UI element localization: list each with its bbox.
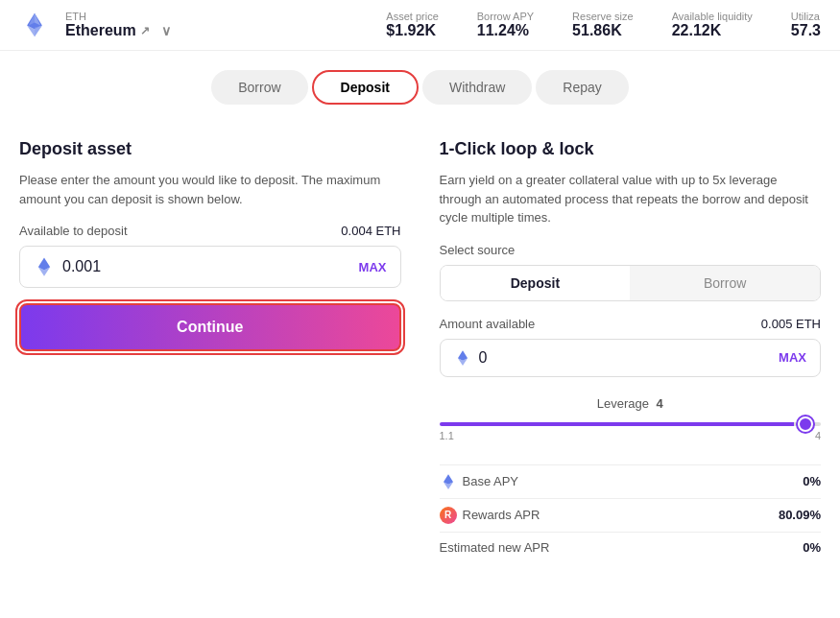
stat-value-reserve-size: 51.86K [572,22,634,39]
stat-value-asset-price: $1.92K [386,22,438,39]
leverage-value: 4 [653,396,663,411]
rewards-apr-label: Rewards APR [463,508,540,522]
eth-icon-loop-input [454,349,471,367]
stat-label-borrow-apy: Borrow APY [477,11,534,22]
rewards-apr-row: R Rewards APR 80.09% [440,498,822,532]
header-bar: ETH Ethereum ↗ ∨ Asset price $1.92K Borr… [0,0,840,51]
asset-name-row: Ethereum ↗ ∨ [65,22,171,39]
stat-utilization: Utiliza 57.3 [791,11,821,39]
stat-label-reserve-size: Reserve size [572,11,634,22]
deposit-max-button[interactable]: MAX [359,260,387,274]
external-link-icon[interactable]: ↗ [140,24,150,37]
rewards-apr-value: 80.09% [779,508,821,522]
asset-name: Ethereum [65,22,136,39]
tab-borrow[interactable]: Borrow [211,70,307,105]
base-apy-left: Base APY [440,473,519,490]
loop-lock-description: Earn yield on a greater collateral value… [440,171,822,227]
stat-label-asset-price: Asset price [386,11,438,22]
deposit-description: Please enter the amount you would like t… [19,171,401,208]
stat-available-liquidity: Available liquidity 22.12K [672,11,753,39]
eth-icon-input [34,256,55,277]
tab-row: Borrow Deposit Withdraw Repay [0,51,840,120]
stat-reserve-size: Reserve size 51.86K [572,11,634,39]
stat-asset-price: Asset price $1.92K [386,11,438,39]
leverage-label: Leverage [597,396,649,411]
leverage-slider-track [440,422,822,426]
deposit-panel: Deposit asset Please enter the amount yo… [19,139,401,562]
eth-logo [19,10,50,40]
available-row: Available to deposit 0.004 ETH [19,224,401,238]
tab-repay[interactable]: Repay [536,70,628,105]
amount-available-row: Amount available 0.005 ETH [440,317,822,331]
tab-withdraw[interactable]: Withdraw [422,70,532,105]
select-source-label: Select source [440,243,822,257]
rewards-icon: R [440,507,457,524]
estimated-apr-label: Estimated new APR [440,540,550,555]
amount-available-label: Amount available [440,317,536,331]
header-stats: Asset price $1.92K Borrow APY 11.24% Res… [386,11,821,39]
stat-label-available-liquidity: Available liquidity [672,11,753,22]
estimated-apr-row: Estimated new APR 0% [440,532,822,562]
amount-available-value: 0.005 ETH [761,317,821,331]
leverage-row: Leverage 4 [440,396,822,411]
stat-borrow-apy: Borrow APY 11.24% [477,11,534,39]
main-content: Deposit asset Please enter the amount yo… [0,120,840,582]
eth-apy-icon [440,473,457,490]
deposit-title: Deposit asset [19,139,401,159]
slider-max-label: 4 [815,430,821,441]
network-label: ETH [65,11,171,22]
loop-amount-input[interactable] [479,349,780,367]
stat-label-utilization: Utiliza [791,11,821,22]
chevron-down-icon[interactable]: ∨ [161,23,171,38]
deposit-input-box: MAX [19,246,401,288]
base-apy-value: 0% [803,474,821,488]
source-toggle: Deposit Borrow [440,265,822,301]
available-value: 0.004 ETH [341,224,400,238]
loop-max-button[interactable]: MAX [779,350,806,365]
source-borrow-button[interactable]: Borrow [630,266,820,300]
loop-amount-input-box: MAX [440,339,822,377]
eth-info: ETH Ethereum ↗ ∨ [65,11,171,39]
base-apy-label: Base APY [463,474,519,488]
stat-value-available-liquidity: 22.12K [672,22,753,39]
loop-lock-title: 1-Click loop & lock [440,139,822,159]
continue-button[interactable]: Continue [19,303,401,351]
available-label: Available to deposit [19,224,128,238]
estimated-apr-value: 0% [803,540,821,555]
tab-deposit[interactable]: Deposit [312,70,419,105]
stat-value-borrow-apy: 11.24% [477,22,534,39]
leverage-slider-container[interactable]: 1.1 4 [440,418,822,445]
rewards-apr-left: R Rewards APR [440,507,540,524]
loop-lock-panel: 1-Click loop & lock Earn yield on a grea… [440,139,822,562]
base-apy-row: Base APY 0% [440,464,822,498]
slider-labels: 1.1 4 [440,430,822,441]
deposit-amount-input[interactable] [62,258,359,275]
slider-min-label: 1.1 [440,430,454,441]
leverage-slider-thumb [798,416,813,432]
stat-value-utilization: 57.3 [791,22,821,39]
source-deposit-button[interactable]: Deposit [441,266,631,300]
estimated-apr-left: Estimated new APR [440,540,550,555]
